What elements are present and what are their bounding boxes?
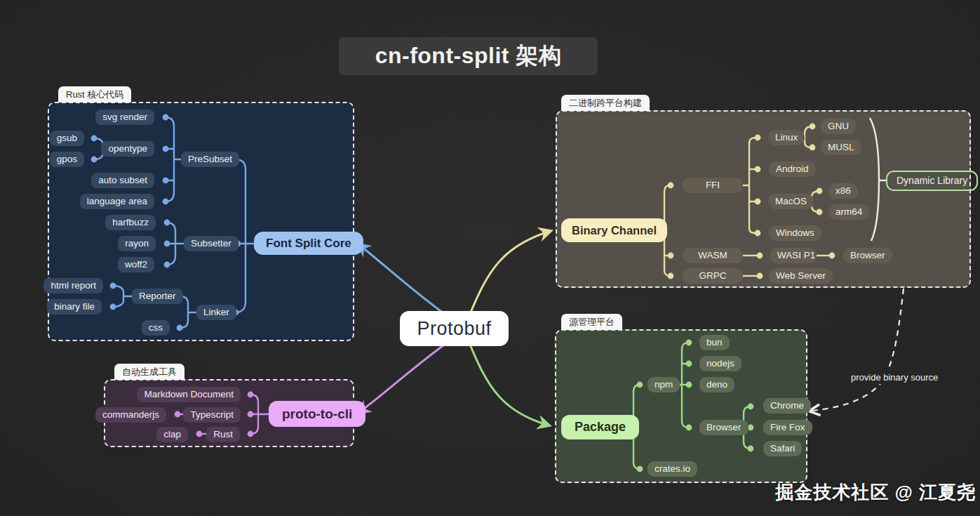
node-browser-wasm: Browser (843, 248, 892, 263)
panel-binary-build (556, 110, 971, 288)
node-rust-lang: Rust (206, 427, 240, 442)
node-gsub: gsub (50, 131, 84, 146)
tab-binary-build: 二进制跨平台构建 (561, 95, 650, 111)
node-auto-subset: auto subset (91, 173, 154, 188)
node-macos: MacOS (768, 194, 814, 209)
node-arm64: arm64 (828, 204, 869, 220)
node-harfbuzz: harfbuzz (105, 215, 156, 230)
node-android: Android (769, 161, 816, 177)
node-musl: MUSL (821, 140, 861, 155)
node-linker: Linker (196, 305, 236, 320)
node-npm: npm (647, 377, 680, 392)
node-html-report: html report (43, 278, 103, 293)
node-typescript: Typescript (183, 407, 241, 423)
page-title: cn-font-split 架构 (339, 37, 598, 75)
node-woff2: woff2 (118, 257, 154, 272)
node-opentype: opentype (101, 141, 154, 157)
arrow-protobuf-to-package (469, 341, 549, 425)
arrow-protobuf-to-binary-channel (469, 231, 551, 317)
node-protobuf: Protobuf (400, 311, 509, 346)
tab-rust-core: Rust 核心代码 (58, 86, 131, 102)
arrow-protobuf-to-font-split-core (358, 244, 449, 317)
node-linux: Linux (768, 130, 805, 145)
node-chrome: Chrome (763, 398, 811, 414)
arrow-protobuf-to-proto-to-cli (358, 341, 449, 413)
tab-source-manage: 源管理平台 (561, 314, 622, 330)
node-crates-io: crates.io (647, 461, 697, 477)
node-wasm: WASM (683, 248, 743, 263)
node-commanderjs: commanderjs (95, 407, 166, 423)
node-grpc: GRPC (683, 268, 743, 284)
node-nodejs: nodejs (699, 356, 741, 371)
node-bun: bun (699, 335, 730, 350)
node-rayon: rayon (118, 236, 156, 251)
node-language-area: language area (80, 194, 154, 209)
node-presubset: PreSubset (181, 152, 239, 167)
node-svg-render: svg render (95, 110, 154, 125)
node-reporter: Reporter (132, 289, 183, 304)
node-css: css (142, 320, 170, 336)
tab-autogen-tools: 自动生成工具 (114, 364, 184, 380)
node-proto-to-cli: proto-to-cli (269, 401, 365, 427)
node-wasi-p1: WASI P1 (770, 248, 817, 263)
node-gnu: GNU (821, 119, 856, 134)
watermark: 掘金技术社区 @ 江夏尧 (775, 480, 976, 505)
node-font-split-core: Font Split Core (254, 232, 363, 255)
node-browser-pkg: Browser (699, 420, 749, 435)
node-windows: Windows (769, 225, 821, 241)
node-dynamic-library: Dynamic Library (886, 171, 978, 191)
node-binary-file: binary file (47, 299, 102, 315)
node-gpos: gpos (50, 152, 84, 167)
node-x86: x86 (828, 183, 858, 199)
node-markdown-document: Markdown Document (137, 387, 241, 402)
node-subsetter: Subsetter (184, 236, 239, 251)
node-firefox: Fire Fox (763, 420, 812, 435)
node-package: Package (561, 415, 639, 439)
node-safari: Safari (763, 441, 802, 456)
node-clap: clap (156, 427, 188, 442)
node-binary-channel: Binary Channel (561, 218, 667, 242)
arrow-provide-binary-source (812, 289, 904, 411)
diagram-canvas: cn-font-split 架构 Rust 核心代码 二进制跨平台构建 自动生成… (0, 0, 980, 516)
node-ffi: FFI (683, 178, 743, 193)
node-deno: deno (699, 377, 734, 392)
node-web-server: Web Server (769, 268, 833, 284)
provide-binary-source-label: provide binary source (847, 371, 941, 384)
